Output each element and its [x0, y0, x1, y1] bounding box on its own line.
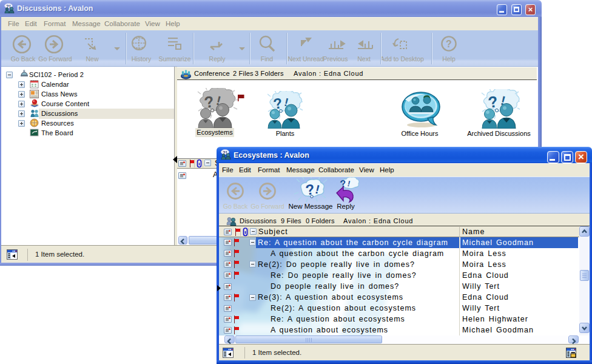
svg-text:?: ?: [446, 39, 452, 49]
